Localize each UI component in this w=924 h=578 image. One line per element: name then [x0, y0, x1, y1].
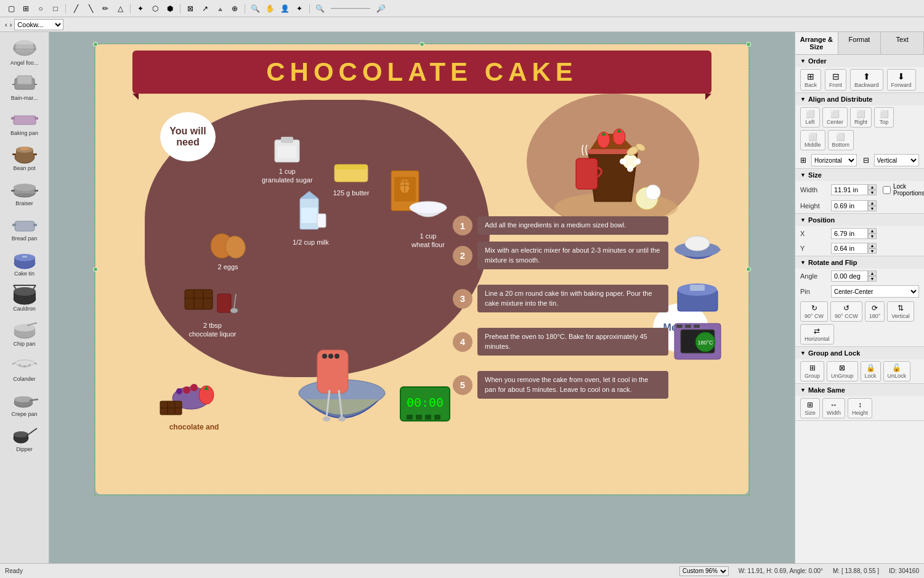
ungroup-btn[interactable]: ⊠ UnGroup: [827, 361, 858, 381]
x-down-btn[interactable]: ▼: [868, 234, 877, 239]
handle-mr[interactable]: [746, 267, 751, 272]
tool9[interactable]: ✦: [134, 2, 147, 15]
zoom-select[interactable]: Custom 96%: [679, 566, 729, 576]
sidebar-item-bakingpan[interactable]: Baking pan: [3, 105, 46, 137]
rotate-180-btn[interactable]: ⟳ 180°: [865, 301, 885, 322]
align-section-header[interactable]: ▼ Align and Distribute: [795, 93, 924, 105]
unlock-btn[interactable]: 🔓 UnLock: [883, 361, 911, 381]
tool14[interactable]: ⟁: [214, 2, 226, 15]
nav-forward[interactable]: ›: [10, 21, 12, 28]
angle-up-btn[interactable]: ▲: [868, 271, 877, 276]
group-btn[interactable]: ⊞ Group: [800, 361, 824, 381]
make-same-size-btn[interactable]: ⊞ Size: [800, 398, 820, 418]
sidebar-item-breadpan[interactable]: Bread pan: [3, 210, 46, 243]
zoom-in-icon[interactable]: 🔎: [375, 2, 387, 15]
x-up-btn[interactable]: ▲: [868, 228, 877, 234]
position-section-header[interactable]: ▼ Position: [795, 214, 924, 226]
sidebar-item-caketin[interactable]: Cake tin: [3, 245, 46, 278]
tool13[interactable]: ↗: [199, 2, 211, 15]
height-input[interactable]: [831, 200, 868, 211]
handle-tc[interactable]: [419, 42, 424, 47]
tool19[interactable]: ✦: [293, 2, 306, 15]
y-input[interactable]: [831, 243, 868, 254]
horizontal-distribute-select[interactable]: Horizontal: [811, 154, 857, 166]
order-front-btn[interactable]: ⊟ Front: [825, 69, 846, 91]
align-center-btn[interactable]: ⬜ Center: [822, 107, 848, 128]
zoom-out-icon[interactable]: 🔍: [314, 2, 326, 15]
tool16[interactable]: 🔍: [249, 2, 261, 15]
align-left-btn[interactable]: ⬜ Left: [800, 107, 820, 128]
tool11[interactable]: ⬢: [164, 2, 176, 15]
size-section-header[interactable]: ▼ Size: [795, 169, 924, 181]
lock-btn[interactable]: 🔒 Lock: [861, 361, 881, 381]
align-middle-btn[interactable]: ⬜ Middle: [800, 130, 825, 150]
x-input[interactable]: [831, 228, 868, 239]
sidebar-item-beanpot[interactable]: Bean pot: [3, 140, 46, 173]
breadcrumb-dropdown[interactable]: Cookw...: [14, 19, 63, 30]
y-down-btn[interactable]: ▼: [868, 248, 877, 254]
canvas-area[interactable]: CHOCOLATE CAKE You will need Method: [49, 32, 795, 563]
make-same-height-btn[interactable]: ↕ Height: [848, 398, 872, 418]
width-down-btn[interactable]: ▼: [868, 190, 877, 195]
handle-tr[interactable]: [746, 42, 751, 47]
make-same-width-btn[interactable]: ↔ Width: [822, 398, 845, 418]
height-up-btn[interactable]: ▲: [868, 200, 877, 206]
tab-text[interactable]: Text: [881, 32, 924, 54]
angle-down-btn[interactable]: ▼: [868, 276, 877, 282]
step-2-num: 2: [453, 246, 472, 266]
sidebar-label-colander: Colander: [13, 376, 36, 382]
sidebar-item-angelfoo[interactable]: Angel foo...: [3, 35, 46, 67]
tool4[interactable]: □: [49, 2, 62, 15]
tab-format[interactable]: Format: [838, 32, 881, 54]
sidebar-item-colander[interactable]: Colander: [3, 351, 46, 383]
width-input[interactable]: 11.91 in: [831, 184, 868, 195]
position-section: ▼ Position X ▲ ▼ Y ▲: [795, 214, 924, 256]
height-down-btn[interactable]: ▼: [868, 206, 877, 211]
rotate-section-header[interactable]: ▼ Rotate and Flip: [795, 256, 924, 269]
nav-back[interactable]: ‹: [5, 21, 7, 28]
sidebar-item-cauldron[interactable]: Cauldron: [3, 280, 46, 313]
flip-horizontal-btn[interactable]: ⇄ Horizontal: [800, 324, 834, 344]
tool2[interactable]: ⊞: [20, 2, 32, 15]
handle-tl[interactable]: [93, 42, 98, 47]
lock-proportions-checkbox[interactable]: [883, 186, 891, 194]
tool15[interactable]: ⊕: [229, 2, 241, 15]
tool6[interactable]: ╲: [84, 2, 97, 15]
left-sidebar: Angel foo... Bain-mar... Baking pan: [0, 32, 49, 563]
sidebar-item-chippan[interactable]: Chip pan: [3, 315, 46, 348]
tool10[interactable]: ⬡: [149, 2, 161, 15]
order-forward-btn[interactable]: ⬇ Forward: [887, 69, 916, 91]
select-tool[interactable]: ▢: [5, 2, 17, 15]
rotate-90cw-btn[interactable]: ↻ 90° CW: [800, 301, 828, 322]
sidebar-item-dipper[interactable]: Dipper: [3, 421, 46, 454]
flip-vertical-btn[interactable]: ⇅ Vertical: [887, 301, 914, 322]
handle-ml[interactable]: [93, 267, 98, 272]
sidebar-item-braiser[interactable]: Braiser: [3, 175, 46, 208]
vertical-distribute-select[interactable]: Vertical: [874, 154, 920, 166]
tab-arrange-size[interactable]: Arrange & Size: [795, 32, 838, 54]
tool7[interactable]: ✏: [99, 2, 111, 15]
tool17[interactable]: ✋: [264, 2, 276, 15]
align-right-btn[interactable]: ⬜ Right: [850, 107, 872, 128]
tool3[interactable]: ○: [34, 2, 47, 15]
tool12[interactable]: ⊠: [184, 2, 197, 15]
you-will-need-text: You will need: [160, 126, 216, 148]
width-up-btn[interactable]: ▲: [868, 184, 877, 190]
order-back-btn[interactable]: ⊞ Back: [800, 69, 821, 91]
rotate-90ccw-btn[interactable]: ↺ 90° CCW: [830, 301, 862, 322]
order-backward-btn[interactable]: ⬆ Backward: [850, 69, 883, 91]
sidebar-item-crepepan[interactable]: Crepe pan: [3, 386, 46, 418]
tool8[interactable]: △: [114, 2, 126, 15]
pin-select[interactable]: Center-Center: [831, 285, 919, 298]
order-section-header[interactable]: ▼ Order: [795, 55, 924, 67]
mixing-bowl-area: [280, 344, 403, 457]
tool5[interactable]: ╱: [70, 2, 82, 15]
y-up-btn[interactable]: ▲: [868, 243, 877, 248]
tool18[interactable]: 👤: [278, 2, 291, 15]
group-section-header[interactable]: ▼ Group and Lock: [795, 347, 924, 359]
align-bottom-btn[interactable]: ⬜ Bottom: [828, 130, 854, 150]
make-same-section-header[interactable]: ▼ Make Same: [795, 384, 924, 396]
angle-input[interactable]: [831, 271, 868, 282]
sidebar-item-bainmar[interactable]: Bain-mar...: [3, 70, 46, 102]
align-top-btn[interactable]: ⬜ Top: [874, 107, 894, 128]
